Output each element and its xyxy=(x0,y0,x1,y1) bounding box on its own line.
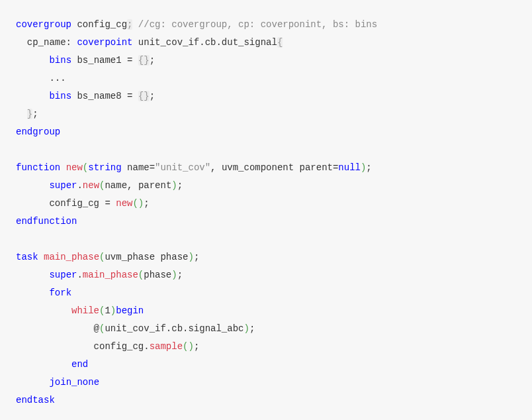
code-token: ; xyxy=(249,323,255,334)
code-token: config_cg xyxy=(71,19,127,30)
code-token: ) xyxy=(171,180,177,191)
code-token: sample xyxy=(150,341,183,352)
code-token: begin xyxy=(116,305,144,316)
code-token: name= xyxy=(122,162,155,173)
code-line: fork xyxy=(16,284,516,302)
code-line: bins bs_name1 = {}; xyxy=(16,52,516,70)
code-token xyxy=(16,180,49,191)
code-token: name, parent xyxy=(105,180,171,191)
code-line xyxy=(16,141,516,159)
code-token: while xyxy=(71,305,99,316)
code-token: . xyxy=(77,180,82,191)
code-token: bs_name8 = xyxy=(71,91,138,101)
code-token: super xyxy=(49,270,77,280)
code-line: end xyxy=(16,356,516,374)
code-token: main_phase xyxy=(83,270,138,280)
code-token: new xyxy=(66,162,83,173)
code-token: bins xyxy=(49,91,71,101)
code-token: main_phase xyxy=(44,252,99,262)
code-token: ; xyxy=(194,341,199,352)
code-line: bins bs_name8 = {}; xyxy=(16,87,516,105)
code-token: uvm_phase phase xyxy=(105,252,188,262)
code-token: end xyxy=(71,359,88,370)
code-token: {} xyxy=(138,55,150,66)
code-token: { xyxy=(277,37,283,48)
code-token: , uvm_component parent= xyxy=(210,162,338,173)
code-line: endgroup xyxy=(16,123,516,141)
code-token: phase xyxy=(144,270,171,280)
code-token xyxy=(16,55,49,66)
code-token: new xyxy=(83,180,99,191)
code-token xyxy=(60,162,66,173)
code-line xyxy=(16,231,516,248)
code-line: @(unit_cov_if.cb.signal_abc); xyxy=(16,320,516,338)
code-token: unit_cov_if.cb.signal_abc xyxy=(105,323,244,334)
code-token: string xyxy=(88,162,121,173)
code-token: "unit_cov" xyxy=(155,162,210,173)
code-token: ) xyxy=(244,323,249,334)
code-token: {} xyxy=(138,91,150,101)
code-token: () xyxy=(183,341,194,352)
code-token: ... xyxy=(16,73,66,83)
code-line: config_cg = new(); xyxy=(16,195,516,213)
code-token: ) xyxy=(111,305,116,316)
code-token: endgroup xyxy=(16,127,60,137)
code-token xyxy=(16,91,49,101)
code-line: super.new(name, parent); xyxy=(16,177,516,195)
code-token: unit_cov_if.cb.dut_signal xyxy=(132,37,277,48)
code-line: super.main_phase(phase); xyxy=(16,266,516,284)
code-token: () xyxy=(132,198,144,209)
code-token xyxy=(132,19,138,30)
code-token: bins xyxy=(49,55,71,66)
code-token: ; xyxy=(194,252,199,262)
code-line: while(1)begin xyxy=(16,302,516,320)
code-token xyxy=(16,270,49,280)
code-token: ( xyxy=(83,162,88,173)
code-token: bs_name1 = xyxy=(71,55,138,66)
code-token: new xyxy=(116,198,132,209)
code-line: function new(string name="unit_cov", uvm… xyxy=(16,159,516,177)
code-token: ) xyxy=(188,252,193,262)
code-token: ; xyxy=(144,198,149,209)
code-token: ( xyxy=(138,270,144,280)
code-token: endtask xyxy=(16,395,55,405)
code-token: fork xyxy=(49,288,71,298)
code-token: endfunction xyxy=(16,216,77,227)
code-token: ; xyxy=(150,55,155,66)
code-token: ; xyxy=(150,91,155,101)
code-line: endfunction xyxy=(16,213,516,231)
code-token: join_none xyxy=(49,377,99,388)
code-token: task xyxy=(16,252,38,262)
code-token: 1 xyxy=(105,305,110,316)
code-line: join_none xyxy=(16,374,516,392)
code-token xyxy=(16,288,49,298)
code-token xyxy=(16,109,27,119)
code-token: cp_name: xyxy=(16,37,77,48)
code-token: //cg: covergroup, cp: coverponint, bs: b… xyxy=(138,19,377,30)
code-token: covergroup xyxy=(16,19,71,30)
code-token: ; xyxy=(177,180,183,191)
code-token: null xyxy=(338,162,361,173)
code-token: } xyxy=(27,109,32,119)
code-token xyxy=(16,377,49,388)
code-line: endtask xyxy=(16,392,516,409)
code-token: function xyxy=(16,162,60,173)
code-token: ; xyxy=(177,270,183,280)
code-token xyxy=(16,305,71,316)
code-block: covergroup config_cg; //cg: covergroup, … xyxy=(16,16,516,409)
code-token: super xyxy=(49,180,77,191)
code-token: ; xyxy=(32,109,38,119)
code-token: . xyxy=(77,270,82,280)
code-line: task main_phase(uvm_phase phase); xyxy=(16,248,516,266)
code-line: covergroup config_cg; //cg: covergroup, … xyxy=(16,16,516,34)
code-line: config_cg.sample(); xyxy=(16,338,516,356)
code-line: ... xyxy=(16,70,516,87)
code-line: cp_name: coverpoint unit_cov_if.cb.dut_s… xyxy=(16,34,516,52)
code-token xyxy=(38,252,44,262)
code-token: ) xyxy=(171,270,177,280)
code-token: @ xyxy=(16,323,99,334)
code-token: coverpoint xyxy=(77,37,132,48)
code-line: }; xyxy=(16,105,516,123)
code-token: config_cg. xyxy=(16,341,150,352)
code-token xyxy=(16,359,71,370)
